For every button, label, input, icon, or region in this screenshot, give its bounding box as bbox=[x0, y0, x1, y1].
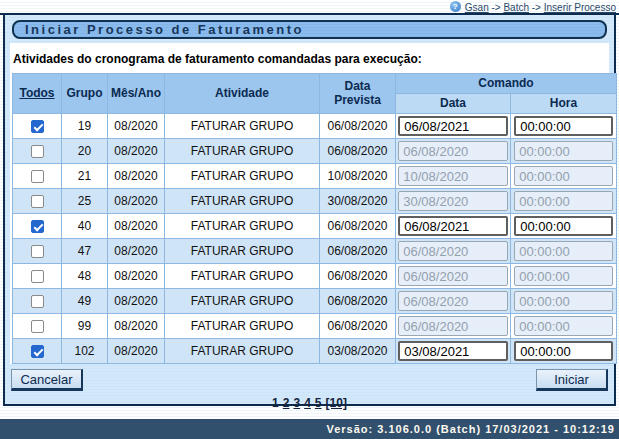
grupo-cell: 102 bbox=[62, 339, 108, 364]
checkbox-cell bbox=[13, 314, 62, 339]
table-row: 9908/2020FATURAR GRUPO06/08/2020 bbox=[13, 314, 617, 339]
instruction-text: Atividades do cronograma de faturamento … bbox=[12, 50, 607, 73]
column-header-comando: Comando bbox=[396, 74, 617, 94]
mes-ano-cell: 08/2020 bbox=[108, 114, 165, 139]
table-row: 4908/2020FATURAR GRUPO06/08/2020 bbox=[13, 289, 617, 314]
breadcrumb-link[interactable]: Gsan bbox=[465, 2, 489, 13]
hora-cell bbox=[511, 289, 617, 314]
mes-ano-cell: 08/2020 bbox=[108, 214, 165, 239]
table-row: 4808/2020FATURAR GRUPO06/08/2020 bbox=[13, 264, 617, 289]
data-cell bbox=[396, 339, 511, 364]
data-prevista-cell: 06/08/2020 bbox=[320, 239, 396, 264]
data-prevista-cell: 30/08/2020 bbox=[320, 189, 396, 214]
checkbox-cell bbox=[13, 239, 62, 264]
grupo-cell: 49 bbox=[62, 289, 108, 314]
comando-data-input[interactable] bbox=[398, 341, 507, 361]
table-row: 4008/2020FATURAR GRUPO06/08/2020 bbox=[13, 214, 617, 239]
comando-data-input bbox=[398, 241, 507, 261]
grupo-cell: 21 bbox=[62, 164, 108, 189]
table-row: 2508/2020FATURAR GRUPO30/08/2020 bbox=[13, 189, 617, 214]
comando-data-input[interactable] bbox=[398, 216, 507, 236]
column-header-data-prevista: Data Prevista bbox=[320, 74, 396, 114]
checkbox-cell bbox=[13, 189, 62, 214]
help-icon[interactable]: ? bbox=[450, 1, 461, 12]
page-title: Iniciar Processo de Faturamento bbox=[12, 20, 607, 39]
breadcrumb: Gsan -> Batch -> Inserir Processo bbox=[465, 0, 616, 15]
hora-cell bbox=[511, 264, 617, 289]
content-panel: Atividades do cronograma de faturamento … bbox=[10, 43, 609, 364]
comando-hora-input[interactable] bbox=[514, 341, 613, 361]
checkbox-cell bbox=[13, 339, 62, 364]
row-checkbox[interactable] bbox=[31, 245, 44, 258]
checkbox-cell bbox=[13, 289, 62, 314]
data-prevista-cell: 03/08/2020 bbox=[320, 339, 396, 364]
comando-hora-input bbox=[514, 316, 613, 336]
grupo-cell: 99 bbox=[62, 314, 108, 339]
atividade-cell: FATURAR GRUPO bbox=[165, 164, 320, 189]
grupo-cell: 40 bbox=[62, 214, 108, 239]
table-row: 1908/2020FATURAR GRUPO06/08/2020 bbox=[13, 114, 617, 139]
atividade-cell: FATURAR GRUPO bbox=[165, 264, 320, 289]
hora-cell bbox=[511, 239, 617, 264]
table-row: 2108/2020FATURAR GRUPO10/08/2020 bbox=[13, 164, 617, 189]
row-checkbox[interactable] bbox=[31, 120, 44, 133]
row-checkbox[interactable] bbox=[31, 220, 44, 233]
row-checkbox[interactable] bbox=[31, 295, 44, 308]
comando-hora-input[interactable] bbox=[514, 216, 613, 236]
mes-ano-cell: 08/2020 bbox=[108, 239, 165, 264]
breadcrumb-link[interactable]: Batch bbox=[503, 2, 529, 13]
comando-hora-input bbox=[514, 241, 613, 261]
mes-ano-cell: 08/2020 bbox=[108, 264, 165, 289]
row-checkbox[interactable] bbox=[31, 170, 44, 183]
data-cell bbox=[396, 289, 511, 314]
column-header-todos: Todos bbox=[13, 74, 62, 114]
mes-ano-cell: 08/2020 bbox=[108, 139, 165, 164]
atividade-cell: FATURAR GRUPO bbox=[165, 239, 320, 264]
data-prevista-cell: 06/08/2020 bbox=[320, 139, 396, 164]
data-cell bbox=[396, 114, 511, 139]
hora-cell bbox=[511, 214, 617, 239]
column-header-mes-ano: Mês/Ano bbox=[108, 74, 165, 114]
cancel-button[interactable]: Cancelar bbox=[11, 369, 83, 391]
column-header-atividade: Atividade bbox=[165, 74, 320, 114]
version-text: Versão: 3.106.0.0 (Batch) 17/03/2021 - 1… bbox=[326, 423, 615, 435]
grupo-cell: 48 bbox=[62, 264, 108, 289]
comando-data-input bbox=[398, 191, 507, 211]
data-cell bbox=[396, 164, 511, 189]
table-row: 10208/2020FATURAR GRUPO03/08/2020 bbox=[13, 339, 617, 364]
atividade-cell: FATURAR GRUPO bbox=[165, 214, 320, 239]
comando-hora-input bbox=[514, 166, 613, 186]
comando-hora-input bbox=[514, 291, 613, 311]
hora-cell bbox=[511, 164, 617, 189]
comando-hora-input bbox=[514, 141, 613, 161]
schedule-table-body: 1908/2020FATURAR GRUPO06/08/20202008/202… bbox=[13, 114, 617, 364]
row-checkbox[interactable] bbox=[31, 195, 44, 208]
data-prevista-cell: 10/08/2020 bbox=[320, 164, 396, 189]
select-all-link[interactable]: Todos bbox=[19, 86, 54, 100]
row-checkbox[interactable] bbox=[31, 145, 44, 158]
comando-hora-input bbox=[514, 266, 613, 286]
start-button[interactable]: Iniciar bbox=[536, 369, 608, 391]
data-cell bbox=[396, 214, 511, 239]
atividade-cell: FATURAR GRUPO bbox=[165, 289, 320, 314]
row-checkbox[interactable] bbox=[31, 320, 44, 333]
hora-cell bbox=[511, 189, 617, 214]
checkbox-cell bbox=[13, 264, 62, 289]
row-checkbox[interactable] bbox=[31, 345, 44, 358]
button-row: Cancelar Iniciar bbox=[11, 369, 608, 391]
hora-cell bbox=[511, 314, 617, 339]
breadcrumb-link[interactable]: Inserir Processo bbox=[544, 2, 616, 13]
mes-ano-cell: 08/2020 bbox=[108, 314, 165, 339]
comando-hora-input[interactable] bbox=[514, 116, 613, 136]
data-prevista-cell: 06/08/2020 bbox=[320, 289, 396, 314]
table-row: 2008/2020FATURAR GRUPO06/08/2020 bbox=[13, 139, 617, 164]
breadcrumb-separator: -> bbox=[489, 2, 504, 13]
row-checkbox[interactable] bbox=[31, 270, 44, 283]
comando-data-input[interactable] bbox=[398, 116, 507, 136]
footer-bar: Versão: 3.106.0.0 (Batch) 17/03/2021 - 1… bbox=[0, 419, 619, 439]
background-gap bbox=[0, 406, 619, 419]
column-header-comando-hora: Hora bbox=[511, 94, 617, 114]
column-header-comando-data: Data bbox=[396, 94, 511, 114]
mes-ano-cell: 08/2020 bbox=[108, 289, 165, 314]
breadcrumb-separator: -> bbox=[529, 2, 544, 13]
